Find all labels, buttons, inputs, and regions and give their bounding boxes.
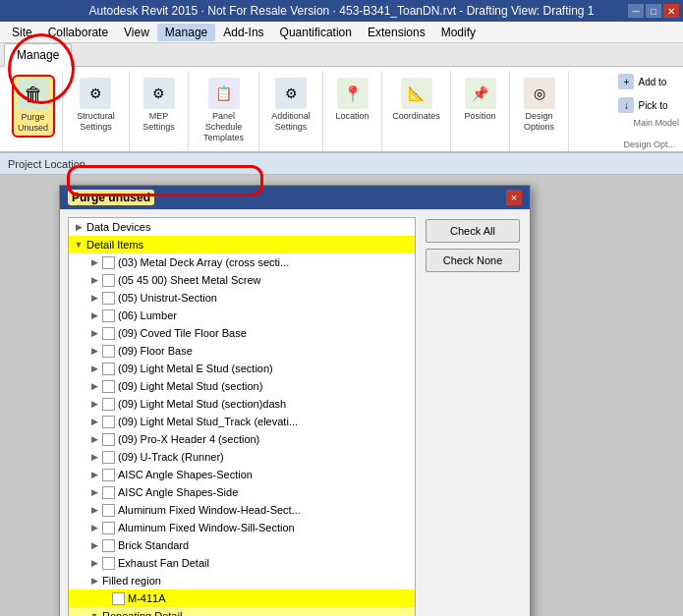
tree-item-exhaust[interactable]: ▶ Exhaust Fan Detail (69, 554, 415, 572)
tree-item-pro-x[interactable]: ▶ (09) Pro-X Header 4 (section) (69, 430, 415, 448)
checkbox-light-metal-dash[interactable] (102, 398, 115, 411)
position-button[interactable]: 📌 Position (459, 75, 502, 125)
tab-manage[interactable]: Manage (4, 43, 72, 67)
label-data-devices: Data Devices (86, 221, 150, 233)
checkbox-alum-sill[interactable] (102, 522, 115, 534)
expand-sheet-metal[interactable]: ▶ (86, 272, 102, 288)
purge-unused-button[interactable]: 🗑 PurgeUnused (12, 75, 55, 138)
menu-modify[interactable]: Modify (433, 24, 484, 41)
tree-panel[interactable]: ▶ Data Devices ▼ Detail Items ▶ (03) Met… (68, 217, 416, 616)
tree-item-sheet-metal[interactable]: ▶ (05 45 00) Sheet Metal Screw (69, 271, 415, 289)
checkbox-aisc-section[interactable] (102, 469, 115, 481)
checkbox-light-metal-e[interactable] (102, 363, 115, 375)
expand-aisc-section[interactable]: ▶ (86, 467, 102, 482)
tree-item-u-track[interactable]: ▶ (09) U-Track (Runner) (69, 448, 415, 466)
mep-settings-button[interactable]: ⚙ MEPSettings (138, 75, 181, 136)
label-light-metal-stud: (09) Light Metal Stud (section) (118, 380, 262, 392)
checkbox-m411a[interactable] (112, 592, 125, 605)
tree-item-light-metal-track[interactable]: ▶ (09) Light Metal Stud_Track (elevati..… (69, 413, 415, 430)
coordinates-icon: 📐 (401, 78, 432, 109)
tree-item-coved-tile[interactable]: ▶ (09) Coved Tile Floor Base (69, 324, 415, 342)
checkbox-brick[interactable] (102, 539, 115, 552)
menu-manage[interactable]: Manage (157, 24, 215, 41)
window-close-button[interactable]: ✕ (663, 4, 679, 18)
tree-item-detail-items[interactable]: ▼ Detail Items (69, 236, 415, 253)
expand-repeating-detail[interactable]: ▼ (86, 608, 102, 616)
structural-settings-button[interactable]: ⚙ StructuralSettings (72, 75, 120, 136)
checkbox-pro-x[interactable] (102, 433, 115, 446)
tree-item-light-metal-dash[interactable]: ▶ (09) Light Metal Stud (section)dash (69, 395, 415, 413)
expand-brick[interactable]: ▶ (86, 537, 102, 553)
design-icon: ◎ (524, 78, 555, 109)
design-options-button[interactable]: ◎ DesignOptions (518, 75, 561, 136)
expand-aisc-side[interactable]: ▶ (86, 484, 102, 500)
tree-item-filled-region[interactable]: ▶ Filled region (69, 572, 415, 589)
expand-metal-deck[interactable]: ▶ (86, 254, 102, 270)
expand-detail-items[interactable]: ▼ (71, 237, 86, 252)
checkbox-exhaust[interactable] (102, 557, 115, 570)
checkbox-coved-tile[interactable] (102, 327, 115, 340)
checkbox-u-track[interactable] (102, 451, 115, 464)
tree-item-light-metal-stud[interactable]: ▶ (09) Light Metal Stud (section) (69, 377, 415, 395)
expand-alum-head[interactable]: ▶ (86, 502, 102, 518)
menu-addins[interactable]: Add-Ins (215, 24, 271, 41)
tree-item-brick[interactable]: ▶ Brick Standard (69, 536, 415, 554)
tree-item-m411a[interactable]: M-411A (69, 589, 415, 607)
expand-alum-sill[interactable]: ▶ (86, 520, 102, 535)
menu-site[interactable]: Site (4, 24, 40, 41)
checkbox-alum-head[interactable] (102, 504, 115, 517)
tree-item-aisc-section[interactable]: ▶ AISC Angle Shapes-Section (69, 466, 415, 483)
checkbox-light-metal-track[interactable] (102, 416, 115, 428)
expand-exhaust[interactable]: ▶ (86, 555, 102, 571)
expand-data-devices[interactable]: ▶ (71, 219, 86, 235)
check-none-button[interactable]: Check None (426, 249, 520, 272)
tree-item-metal-deck[interactable]: ▶ (03) Metal Deck Array (cross secti... (69, 253, 415, 271)
checkbox-floor-base[interactable] (102, 345, 115, 358)
menu-quantification[interactable]: Quantification (272, 24, 360, 41)
expand-coved-tile[interactable]: ▶ (86, 325, 102, 341)
checkbox-metal-deck[interactable] (102, 256, 115, 269)
tree-item-unistrut[interactable]: ▶ (05) Unistrut-Section (69, 289, 415, 307)
location-button[interactable]: 📍 Location (330, 75, 373, 125)
expand-lumber[interactable]: ▶ (86, 308, 102, 323)
expand-light-metal-e[interactable]: ▶ (86, 361, 102, 376)
menu-collaborate[interactable]: Collaborate (40, 24, 116, 41)
maximize-button[interactable]: □ (646, 4, 661, 18)
menu-view[interactable]: View (116, 24, 157, 41)
tree-item-aisc-side[interactable]: ▶ AISC Angle Shapes-Side (69, 483, 415, 501)
minimize-button[interactable]: ─ (628, 4, 644, 18)
checkbox-aisc-side[interactable] (102, 486, 115, 499)
checkbox-unistrut[interactable] (102, 292, 115, 305)
checkbox-light-metal-stud[interactable] (102, 380, 115, 393)
checkbox-lumber[interactable] (102, 309, 115, 322)
expand-floor-base[interactable]: ▶ (86, 343, 102, 359)
tree-item-lumber[interactable]: ▶ (06) Lumber (69, 307, 415, 324)
additional-label: AdditionalSettings (271, 111, 311, 133)
menu-extensions[interactable]: Extensions (360, 24, 433, 41)
expand-u-track[interactable]: ▶ (86, 449, 102, 465)
pick-to-button[interactable]: ↓ Pick to (613, 94, 679, 116)
tree-item-floor-base[interactable]: ▶ (09) Floor Base (69, 342, 415, 360)
label-aisc-section: AISC Angle Shapes-Section (118, 469, 253, 480)
expand-pro-x[interactable]: ▶ (86, 431, 102, 447)
add-to-button[interactable]: + Add to (613, 71, 679, 92)
tree-item-light-metal-e[interactable]: ▶ (09) Light Metal E Stud (section) (69, 360, 415, 377)
tree-item-repeating-detail[interactable]: ▼ Repeating Detail (69, 607, 415, 616)
check-all-button[interactable]: Check All (426, 219, 520, 243)
tree-item-alum-head[interactable]: ▶ Aluminum Fixed Window-Head-Sect... (69, 501, 415, 519)
dialog-close-button[interactable]: × (506, 190, 522, 205)
checkbox-sheet-metal[interactable] (102, 274, 115, 287)
tree-item-data-devices[interactable]: ▶ Data Devices (69, 218, 415, 236)
coordinates-button[interactable]: 📐 Coordinates (387, 75, 445, 125)
additional-settings-button[interactable]: ⚙ AdditionalSettings (266, 75, 315, 136)
expand-filled-region[interactable]: ▶ (86, 573, 102, 588)
tree-item-alum-sill[interactable]: ▶ Aluminum Fixed Window-Sill-Section (69, 519, 415, 536)
expand-light-metal-track[interactable]: ▶ (86, 414, 102, 429)
expand-unistrut[interactable]: ▶ (86, 290, 102, 306)
title-text: Autodesk Revit 2015 · Not For Resale Ver… (88, 4, 594, 18)
expand-light-metal-dash[interactable]: ▶ (86, 396, 102, 412)
project-location-label: Project Location (8, 158, 85, 170)
expand-light-metal-stud[interactable]: ▶ (86, 378, 102, 394)
panel-schedule-button[interactable]: 📋 Panel ScheduleTemplates (195, 75, 253, 145)
expand-m411a[interactable] (102, 590, 112, 606)
